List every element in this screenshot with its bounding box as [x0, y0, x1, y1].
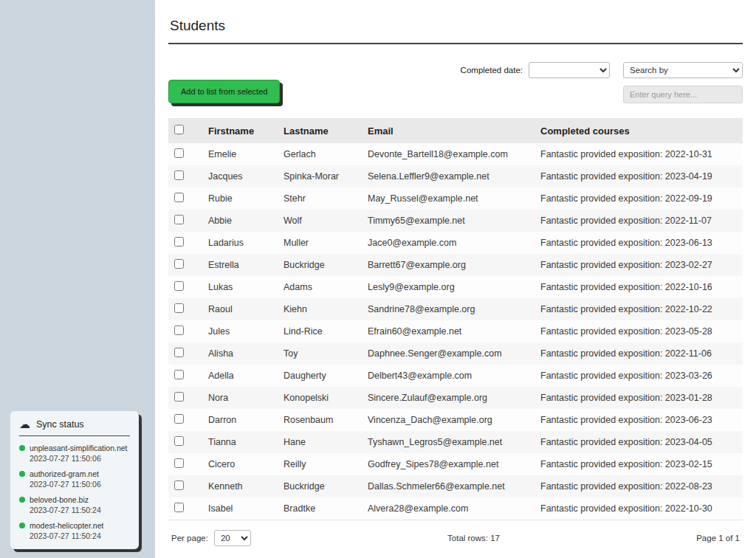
- row-checkbox-cell: [168, 320, 202, 342]
- table-row: Abbie Wolf Timmy65@example.net Fantastic…: [168, 210, 743, 232]
- row-checkbox[interactable]: [174, 215, 184, 224]
- row-checkbox[interactable]: [174, 281, 184, 291]
- completed-date-select[interactable]: [529, 62, 610, 78]
- table-body: Emelie Gerlach Devonte_Bartell18@example…: [168, 143, 743, 520]
- select-all-header: [168, 118, 202, 143]
- cell-email: Barrett67@example.org: [362, 254, 535, 276]
- add-to-list-button[interactable]: Add to list from selected: [168, 80, 280, 103]
- cell-email: Vincenza_Dach@example.org: [362, 409, 535, 431]
- cell-email: May_Russel@example.net: [362, 187, 535, 210]
- sync-item-name: modest-helicopter.net: [30, 521, 103, 530]
- students-table: Firstname Lastname Email Completed cours…: [168, 118, 743, 520]
- cell-email: Dallas.Schmeler66@example.net: [362, 475, 535, 497]
- cell-email: Lesly9@example.org: [362, 276, 535, 298]
- row-checkbox-cell: [168, 298, 202, 320]
- row-checkbox-cell: [168, 232, 202, 254]
- column-completed-courses: Completed courses: [535, 118, 743, 143]
- page-info-label: Page 1 of 1: [696, 534, 740, 542]
- row-checkbox[interactable]: [174, 458, 184, 468]
- row-checkbox[interactable]: [174, 480, 184, 490]
- cell-email: Delbert43@example.com: [362, 365, 535, 387]
- row-checkbox-cell: [168, 431, 202, 453]
- cell-completed-courses: Fantastic provided exposition: 2022-11-0…: [535, 210, 743, 232]
- table-row: Lukas Adams Lesly9@example.org Fantastic…: [168, 276, 743, 298]
- cell-email: Jace0@example.com: [362, 232, 535, 254]
- sync-item: authorized-gram.net 2023-07-27 11:50:06: [19, 469, 130, 489]
- row-checkbox[interactable]: [174, 303, 184, 313]
- row-checkbox[interactable]: [174, 436, 184, 446]
- row-checkbox[interactable]: [174, 148, 184, 158]
- page-title: Students: [168, 10, 743, 44]
- total-rows-label: Total rows: 17: [447, 534, 500, 542]
- cell-lastname: Bradtke: [278, 497, 362, 520]
- cell-completed-courses: Fantastic provided exposition: 2023-03-2…: [535, 365, 743, 387]
- search-by-select[interactable]: Search by: [623, 62, 743, 78]
- row-checkbox[interactable]: [174, 348, 184, 357]
- row-checkbox[interactable]: [174, 392, 184, 402]
- select-all-checkbox[interactable]: [174, 125, 184, 134]
- row-checkbox[interactable]: [174, 237, 184, 247]
- cell-lastname: Daugherty: [278, 365, 362, 387]
- cell-email: Selena.Leffler9@example.net: [362, 165, 535, 187]
- table-header-row: Firstname Lastname Email Completed cours…: [168, 118, 743, 143]
- row-checkbox-cell: [168, 409, 202, 431]
- cell-firstname: Estrella: [202, 254, 278, 276]
- app-window: ☁ Sync status unpleasant-simplification.…: [0, 0, 756, 558]
- cloud-icon: ☁: [19, 418, 30, 430]
- row-checkbox-cell: [168, 254, 202, 276]
- table-row: Estrella Buckridge Barrett67@example.org…: [168, 254, 743, 276]
- sync-panel-title: Sync status: [36, 419, 84, 430]
- cell-completed-courses: Fantastic provided exposition: 2022-10-2…: [535, 298, 743, 320]
- row-checkbox-cell: [168, 342, 202, 365]
- sync-item-timestamp: 2023-07-27 11:50:06: [30, 454, 130, 463]
- status-dot-icon: [19, 523, 25, 528]
- cell-completed-courses: Fantastic provided exposition: 2022-09-1…: [535, 187, 743, 210]
- cell-firstname: Kenneth: [202, 475, 278, 497]
- cell-lastname: Konopelski: [278, 387, 362, 409]
- row-checkbox[interactable]: [174, 259, 184, 269]
- table-row: Ladarius Muller Jace0@example.com Fantas…: [168, 232, 743, 254]
- column-firstname: Firstname: [202, 118, 278, 143]
- table-row: Tianna Hane Tyshawn_Legros5@example.net …: [168, 431, 743, 453]
- status-dot-icon: [19, 445, 25, 451]
- row-checkbox[interactable]: [174, 193, 184, 202]
- table-row: Adella Daugherty Delbert43@example.com F…: [168, 365, 743, 387]
- table-row: Raoul Kiehn Sandrine78@example.org Fanta…: [168, 298, 743, 320]
- cell-completed-courses: Fantastic provided exposition: 2023-01-2…: [535, 387, 743, 409]
- search-query-input[interactable]: [623, 86, 743, 103]
- cell-lastname: Reilly: [278, 453, 362, 475]
- cell-lastname: Lind-Rice: [278, 320, 362, 342]
- cell-firstname: Tianna: [202, 431, 278, 453]
- table-row: Rubie Stehr May_Russel@example.net Fanta…: [168, 187, 743, 210]
- cell-firstname: Adella: [202, 365, 278, 387]
- sync-item-name-row: modest-helicopter.net: [19, 521, 130, 530]
- table-row: Kenneth Buckridge Dallas.Schmeler66@exam…: [168, 475, 743, 497]
- cell-email: Sandrine78@example.org: [362, 298, 535, 320]
- table-header: Firstname Lastname Email Completed cours…: [168, 118, 743, 143]
- sync-item-name: unpleasant-simplification.net: [30, 444, 128, 452]
- cell-completed-courses: Fantastic provided exposition: 2023-06-2…: [535, 409, 743, 431]
- sync-item: modest-helicopter.net 2023-07-27 11:50:2…: [19, 521, 130, 540]
- row-checkbox-cell: [168, 475, 202, 497]
- cell-email: Tyshawn_Legros5@example.net: [362, 431, 535, 453]
- per-page-select[interactable]: 20: [214, 530, 251, 546]
- cell-lastname: Spinka-Morar: [278, 165, 362, 187]
- completed-date-label: Completed date:: [461, 66, 523, 75]
- row-checkbox[interactable]: [174, 170, 184, 180]
- row-checkbox[interactable]: [174, 503, 184, 512]
- cell-completed-courses: Fantastic provided exposition: 2023-02-2…: [535, 254, 743, 276]
- row-checkbox[interactable]: [174, 414, 184, 424]
- row-checkbox[interactable]: [174, 370, 184, 379]
- sync-item-timestamp: 2023-07-27 11:50:24: [30, 531, 130, 540]
- row-checkbox-cell: [168, 210, 202, 232]
- row-checkbox-cell: [168, 187, 202, 210]
- cell-completed-courses: Fantastic provided exposition: 2022-10-3…: [535, 143, 743, 165]
- row-checkbox[interactable]: [174, 326, 184, 335]
- cell-firstname: Rubie: [202, 187, 278, 210]
- sync-item-list: unpleasant-simplification.net 2023-07-27…: [19, 444, 130, 540]
- sidebar: ☁ Sync status unpleasant-simplification.…: [0, 0, 155, 558]
- table-row: Alisha Toy Daphnee.Senger@example.com Fa…: [168, 342, 743, 365]
- table-row: Darron Rosenbaum Vincenza_Dach@example.o…: [168, 409, 743, 431]
- cell-firstname: Lukas: [202, 276, 278, 298]
- cell-lastname: Stehr: [278, 187, 362, 210]
